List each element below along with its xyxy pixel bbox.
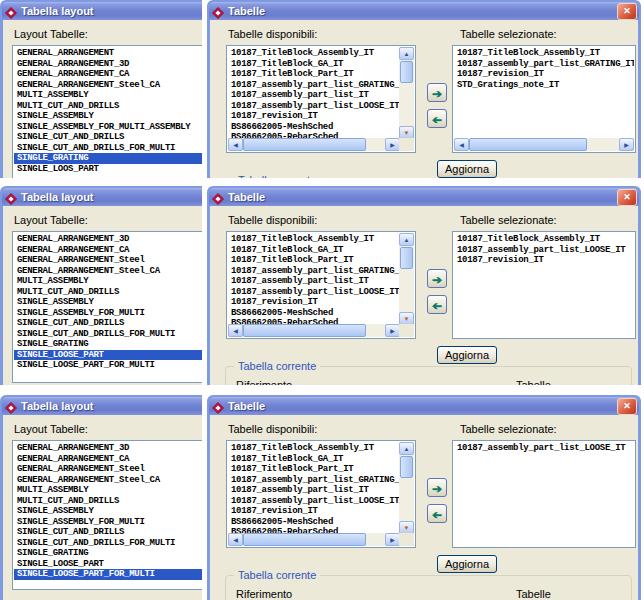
list-item[interactable]: 10187_assembly_part_list_IT: [228, 485, 400, 496]
scroll-right-icon[interactable]: ▶: [385, 533, 400, 546]
list-item[interactable]: BS86662005-MeshSched: [228, 308, 400, 319]
list-item[interactable]: 10187_assembly_part_list_LOOSE_IT: [454, 443, 634, 454]
list-item[interactable]: SINGLE_CUT_AND_DRILLS_FOR_MULTI: [14, 143, 202, 154]
list-item[interactable]: SINGLE_CUT_AND_DRILLS_FOR_MULTI: [14, 329, 202, 340]
list-item[interactable]: SINGLE_ASSEMBLY_FOR_MULTI: [14, 308, 202, 319]
selected-tables-list[interactable]: 10187_assembly_part_list_LOOSE_IT: [452, 440, 636, 548]
list-item[interactable]: GENERAL_ARRANGEMENT_Steel_CA: [14, 266, 202, 277]
list-item[interactable]: 10187_revision_IT: [454, 255, 634, 266]
list-item[interactable]: GENERAL_ARRANGEMENT_3D: [14, 59, 202, 70]
list-item[interactable]: GENERAL_ARRANGEMENT_3D: [14, 443, 202, 454]
list-item[interactable]: SINGLE_ASSEMBLY: [14, 111, 202, 122]
list-item[interactable]: 10187_assembly_part_list_GRATING_IT: [454, 59, 634, 70]
list-item[interactable]: 10187_revision_IT: [228, 506, 400, 517]
list-item[interactable]: GENERAL_ARRANGEMENT_Steel: [14, 464, 202, 475]
list-item[interactable]: 10187_revision_IT: [228, 111, 400, 122]
titlebar[interactable]: Tabella layout: [2, 188, 202, 206]
aggiorna-button[interactable]: Aggiorna: [437, 555, 497, 573]
list-item[interactable]: GENERAL_ARRANGEMENT_Steel_CA: [14, 475, 202, 486]
horizontal-scrollbar[interactable]: ◀ ▶: [228, 138, 400, 151]
list-item[interactable]: 10187_assembly_part_list_GRATING_IT: [228, 80, 400, 91]
list-item[interactable]: 10187_assembly_part_list_LOOSE_IT: [228, 101, 400, 112]
list-item[interactable]: GENERAL_ARRANGEMENT_CA: [14, 245, 202, 256]
move-left-button[interactable]: ➔: [427, 109, 447, 128]
vertical-scroll-thumb[interactable]: [400, 247, 413, 269]
titlebar[interactable]: Tabelle ✕: [209, 2, 639, 20]
list-item[interactable]: 10187_TitleBlock_Assembly_IT: [228, 48, 400, 59]
list-item[interactable]: SINGLE_ASSEMBLY_FOR_MULTI_ASSEMBLY: [14, 122, 202, 133]
list-item[interactable]: SINGLE_CUT_AND_DRILLS: [14, 527, 202, 538]
layout-list[interactable]: GENERAL_ARRANGEMENTGENERAL_ARRANGEMENT_3…: [12, 45, 202, 178]
list-item[interactable]: 10187_assembly_part_list_IT: [228, 90, 400, 101]
list-item[interactable]: GENERAL_ARRANGEMENT_3D: [14, 234, 202, 245]
list-item[interactable]: 10187_TitleBlock_Assembly_IT: [454, 48, 634, 59]
scroll-left-icon[interactable]: ◀: [228, 324, 243, 337]
available-tables-list[interactable]: 10187_TitleBlock_Assembly_IT10187_TitleB…: [226, 440, 416, 548]
list-item[interactable]: 10187_TitleBlock_Part_IT: [228, 255, 400, 266]
horizontal-scrollbar[interactable]: ◀ ▶: [454, 138, 634, 151]
list-item[interactable]: SINGLE_ASSEMBLY_FOR_MULTI: [14, 517, 202, 528]
close-icon[interactable]: ✕: [617, 189, 637, 206]
available-tables-list[interactable]: 10187_TitleBlock_Assembly_IT10187_TitleB…: [226, 231, 416, 339]
scroll-up-icon[interactable]: ▲: [399, 47, 414, 60]
list-item[interactable]: 10187_TitleBlock_GA_IT: [228, 454, 400, 465]
horizontal-scroll-thumb[interactable]: [243, 533, 366, 546]
aggiorna-button[interactable]: Aggiorna: [437, 160, 497, 178]
list-item[interactable]: BS86662005-MeshSched: [228, 517, 400, 528]
list-item[interactable]: 10187_TitleBlock_Part_IT: [228, 69, 400, 80]
list-item[interactable]: 10187_TitleBlock_GA_IT: [228, 59, 400, 70]
list-item[interactable]: SINGLE_CUT_AND_DRILLS: [14, 132, 202, 143]
layout-list[interactable]: GENERAL_ARRANGEMENT_3DGENERAL_ARRANGEMEN…: [12, 231, 202, 383]
move-right-button[interactable]: ➔: [427, 269, 447, 288]
list-item[interactable]: 10187_assembly_part_list_GRATING_IT: [228, 266, 400, 277]
move-left-button[interactable]: ➔: [427, 295, 447, 314]
move-left-button[interactable]: ➔: [427, 504, 447, 523]
horizontal-scrollbar[interactable]: ◀ ▶: [228, 324, 400, 337]
list-item[interactable]: 10187_TitleBlock_Assembly_IT: [454, 234, 634, 245]
scroll-left-icon[interactable]: ◀: [228, 138, 243, 151]
list-item[interactable]: 10187_TitleBlock_Assembly_IT: [228, 443, 400, 454]
list-item[interactable]: SINGLE_LOOSE_PART: [14, 350, 202, 361]
scroll-right-icon[interactable]: ▶: [385, 324, 400, 337]
list-item[interactable]: SINGLE_ASSEMBLY: [14, 297, 202, 308]
list-item[interactable]: 10187_TitleBlock_Part_IT: [228, 464, 400, 475]
list-item[interactable]: 10187_TitleBlock_Assembly_IT: [228, 234, 400, 245]
list-item[interactable]: 10187_revision_IT: [454, 69, 634, 80]
list-item[interactable]: SINGLE_CUT_AND_DRILLS_FOR_MULTI: [14, 538, 202, 549]
list-item[interactable]: MULTI_ASSEMBLY: [14, 276, 202, 287]
titlebar[interactable]: Tabelle ✕: [209, 188, 639, 206]
list-item[interactable]: SINGLE_GRATING: [14, 339, 202, 350]
list-item[interactable]: GENERAL_ARRANGEMENT: [14, 48, 202, 59]
horizontal-scrollbar[interactable]: ◀ ▶: [228, 533, 400, 546]
list-item[interactable]: 10187_assembly_part_list_IT: [228, 276, 400, 287]
scroll-right-icon[interactable]: ▶: [385, 138, 400, 151]
list-item[interactable]: SINGLE_CUT_AND_DRILLS: [14, 318, 202, 329]
list-item[interactable]: 10187_assembly_part_list_GRATING_IT: [228, 475, 400, 486]
list-item[interactable]: SINGLE_GRATING: [14, 153, 202, 164]
list-item[interactable]: SINGLE_GRATING: [14, 548, 202, 559]
list-item[interactable]: 10187_TitleBlock_GA_IT: [228, 245, 400, 256]
scroll-up-icon[interactable]: ▲: [399, 442, 414, 455]
scroll-right-icon[interactable]: ▶: [619, 138, 634, 151]
list-item[interactable]: 10187_assembly_part_list_LOOSE_IT: [228, 496, 400, 507]
list-item[interactable]: GENERAL_ARRANGEMENT_Steel: [14, 255, 202, 266]
close-icon[interactable]: ✕: [617, 3, 637, 20]
move-right-button[interactable]: ➔: [427, 83, 447, 102]
vertical-scrollbar[interactable]: ▲ ▼: [399, 233, 414, 325]
close-icon[interactable]: ✕: [617, 398, 637, 415]
horizontal-scroll-thumb[interactable]: [243, 138, 366, 151]
list-item[interactable]: BS86662005-MeshSched: [228, 122, 400, 133]
list-item[interactable]: GENERAL_ARRANGEMENT_Steel_CA: [14, 80, 202, 91]
aggiorna-button[interactable]: Aggiorna: [437, 346, 497, 364]
vertical-scroll-thumb[interactable]: [400, 61, 413, 83]
selected-tables-list[interactable]: 10187_TitleBlock_Assembly_IT10187_assemb…: [452, 45, 636, 153]
list-item[interactable]: SINGLE_LOOSE_PART_FOR_MULTI: [14, 569, 202, 580]
selected-tables-list[interactable]: 10187_TitleBlock_Assembly_IT10187_assemb…: [452, 231, 636, 339]
list-item[interactable]: MULTI_CUT_AND_DRILLS: [14, 496, 202, 507]
list-item[interactable]: 10187_assembly_part_list_LOOSE_IT: [228, 287, 400, 298]
titlebar[interactable]: Tabella layout: [2, 397, 202, 415]
vertical-scrollbar[interactable]: ▲ ▼: [399, 442, 414, 534]
scroll-up-icon[interactable]: ▲: [399, 233, 414, 246]
titlebar[interactable]: Tabelle ✕: [209, 397, 639, 415]
scroll-left-icon[interactable]: ◀: [228, 533, 243, 546]
